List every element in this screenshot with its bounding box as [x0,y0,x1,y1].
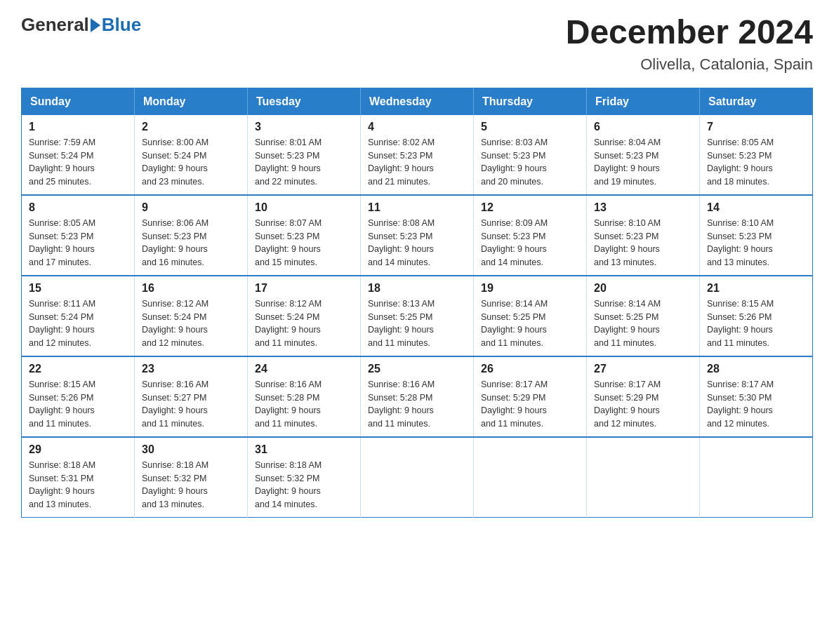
calendar-cell: 21Sunrise: 8:15 AM Sunset: 5:26 PM Dayli… [700,276,813,356]
day-number: 16 [142,282,240,295]
day-number: 23 [142,363,240,375]
day-number: 1 [29,121,127,133]
day-info: Sunrise: 8:05 AM Sunset: 5:23 PM Dayligh… [707,136,805,189]
day-number: 9 [142,201,240,214]
day-number: 22 [29,363,127,375]
title-block: December 2024 Olivella, Catalonia, Spain [566,14,813,74]
day-number: 10 [255,201,353,214]
day-info: Sunrise: 8:13 AM Sunset: 5:25 PM Dayligh… [368,297,466,350]
calendar-cell: 29Sunrise: 8:18 AM Sunset: 5:31 PM Dayli… [22,437,135,518]
day-number: 19 [481,282,579,295]
calendar-cell: 17Sunrise: 8:12 AM Sunset: 5:24 PM Dayli… [248,276,361,356]
day-number: 26 [481,363,579,375]
day-info: Sunrise: 8:10 AM Sunset: 5:23 PM Dayligh… [594,217,692,269]
logo-arrow-icon [91,18,100,32]
calendar-week-row: 29Sunrise: 8:18 AM Sunset: 5:31 PM Dayli… [22,437,813,518]
calendar-cell: 11Sunrise: 8:08 AM Sunset: 5:23 PM Dayli… [361,195,474,276]
page-title: December 2024 [566,14,813,51]
day-number: 18 [368,282,466,295]
weekday-header-wednesday: Wednesday [361,88,474,115]
calendar-cell: 5Sunrise: 8:03 AM Sunset: 5:23 PM Daylig… [474,115,587,195]
calendar-cell [474,437,587,518]
weekday-header-saturday: Saturday [700,88,813,115]
day-number: 2 [142,121,240,133]
day-number: 30 [142,443,240,456]
calendar-cell: 9Sunrise: 8:06 AM Sunset: 5:23 PM Daylig… [135,195,248,276]
calendar-cell: 10Sunrise: 8:07 AM Sunset: 5:23 PM Dayli… [248,195,361,276]
day-number: 14 [707,201,805,214]
calendar-cell: 3Sunrise: 8:01 AM Sunset: 5:23 PM Daylig… [248,115,361,195]
day-info: Sunrise: 8:14 AM Sunset: 5:25 PM Dayligh… [594,297,692,350]
day-info: Sunrise: 8:17 AM Sunset: 5:29 PM Dayligh… [481,378,579,431]
calendar-cell: 23Sunrise: 8:16 AM Sunset: 5:27 PM Dayli… [135,356,248,437]
calendar-week-row: 8Sunrise: 8:05 AM Sunset: 5:23 PM Daylig… [22,195,813,276]
weekday-header-tuesday: Tuesday [248,88,361,115]
logo-general-text: General [21,14,89,36]
calendar-cell: 15Sunrise: 8:11 AM Sunset: 5:24 PM Dayli… [22,276,135,356]
day-info: Sunrise: 8:12 AM Sunset: 5:24 PM Dayligh… [255,297,353,350]
day-number: 8 [29,201,127,214]
day-info: Sunrise: 8:10 AM Sunset: 5:23 PM Dayligh… [707,217,805,269]
day-info: Sunrise: 8:02 AM Sunset: 5:23 PM Dayligh… [368,136,466,189]
day-info: Sunrise: 8:18 AM Sunset: 5:31 PM Dayligh… [29,459,127,511]
day-number: 13 [594,201,692,214]
day-number: 4 [368,121,466,133]
calendar-cell [587,437,700,518]
calendar-cell: 13Sunrise: 8:10 AM Sunset: 5:23 PM Dayli… [587,195,700,276]
calendar-cell: 27Sunrise: 8:17 AM Sunset: 5:29 PM Dayli… [587,356,700,437]
calendar-cell: 16Sunrise: 8:12 AM Sunset: 5:24 PM Dayli… [135,276,248,356]
page-subtitle: Olivella, Catalonia, Spain [566,55,813,74]
day-number: 17 [255,282,353,295]
calendar-cell: 24Sunrise: 8:16 AM Sunset: 5:28 PM Dayli… [248,356,361,437]
calendar-week-row: 1Sunrise: 7:59 AM Sunset: 5:24 PM Daylig… [22,115,813,195]
day-info: Sunrise: 8:09 AM Sunset: 5:23 PM Dayligh… [481,217,579,269]
day-info: Sunrise: 8:14 AM Sunset: 5:25 PM Dayligh… [481,297,579,350]
weekday-header-friday: Friday [587,88,700,115]
day-number: 20 [594,282,692,295]
calendar-cell [700,437,813,518]
day-number: 31 [255,443,353,456]
calendar-cell: 12Sunrise: 8:09 AM Sunset: 5:23 PM Dayli… [474,195,587,276]
day-info: Sunrise: 8:18 AM Sunset: 5:32 PM Dayligh… [142,459,240,511]
day-info: Sunrise: 8:17 AM Sunset: 5:29 PM Dayligh… [594,378,692,431]
calendar-cell: 1Sunrise: 7:59 AM Sunset: 5:24 PM Daylig… [22,115,135,195]
calendar-cell: 2Sunrise: 8:00 AM Sunset: 5:24 PM Daylig… [135,115,248,195]
calendar-cell: 28Sunrise: 8:17 AM Sunset: 5:30 PM Dayli… [700,356,813,437]
day-number: 21 [707,282,805,295]
weekday-header-thursday: Thursday [474,88,587,115]
day-number: 11 [368,201,466,214]
calendar-cell [361,437,474,518]
calendar-cell: 30Sunrise: 8:18 AM Sunset: 5:32 PM Dayli… [135,437,248,518]
day-info: Sunrise: 8:16 AM Sunset: 5:28 PM Dayligh… [255,378,353,431]
day-number: 12 [481,201,579,214]
logo: General Blue [21,14,141,36]
day-info: Sunrise: 8:16 AM Sunset: 5:28 PM Dayligh… [368,378,466,431]
page-header: General Blue December 2024 Olivella, Cat… [21,14,813,74]
calendar-week-row: 15Sunrise: 8:11 AM Sunset: 5:24 PM Dayli… [22,276,813,356]
day-number: 7 [707,121,805,133]
calendar-cell: 25Sunrise: 8:16 AM Sunset: 5:28 PM Dayli… [361,356,474,437]
day-number: 29 [29,443,127,456]
calendar-cell: 18Sunrise: 8:13 AM Sunset: 5:25 PM Dayli… [361,276,474,356]
day-info: Sunrise: 8:12 AM Sunset: 5:24 PM Dayligh… [142,297,240,350]
day-info: Sunrise: 8:07 AM Sunset: 5:23 PM Dayligh… [255,217,353,269]
calendar-cell: 20Sunrise: 8:14 AM Sunset: 5:25 PM Dayli… [587,276,700,356]
day-number: 3 [255,121,353,133]
day-info: Sunrise: 8:15 AM Sunset: 5:26 PM Dayligh… [707,297,805,350]
day-info: Sunrise: 8:01 AM Sunset: 5:23 PM Dayligh… [255,136,353,189]
calendar-table: SundayMondayTuesdayWednesdayThursdayFrid… [21,88,813,518]
day-info: Sunrise: 8:04 AM Sunset: 5:23 PM Dayligh… [594,136,692,189]
calendar-cell: 6Sunrise: 8:04 AM Sunset: 5:23 PM Daylig… [587,115,700,195]
logo-blue-box: Blue [89,14,141,36]
day-number: 5 [481,121,579,133]
logo-blue-text: Blue [102,14,141,36]
calendar-cell: 4Sunrise: 8:02 AM Sunset: 5:23 PM Daylig… [361,115,474,195]
calendar-cell: 19Sunrise: 8:14 AM Sunset: 5:25 PM Dayli… [474,276,587,356]
day-number: 24 [255,363,353,375]
day-info: Sunrise: 8:06 AM Sunset: 5:23 PM Dayligh… [142,217,240,269]
calendar-cell: 31Sunrise: 8:18 AM Sunset: 5:32 PM Dayli… [248,437,361,518]
day-info: Sunrise: 8:18 AM Sunset: 5:32 PM Dayligh… [255,459,353,511]
day-info: Sunrise: 8:03 AM Sunset: 5:23 PM Dayligh… [481,136,579,189]
weekday-header-monday: Monday [135,88,248,115]
day-info: Sunrise: 7:59 AM Sunset: 5:24 PM Dayligh… [29,136,127,189]
